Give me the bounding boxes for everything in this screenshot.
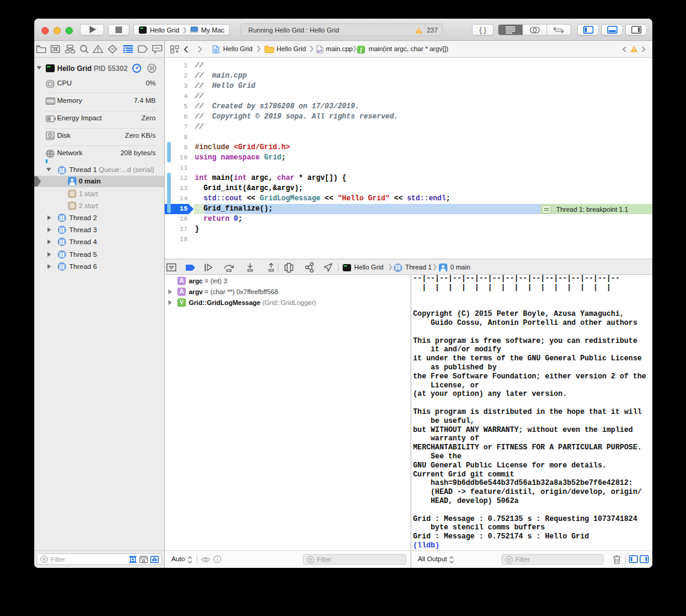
- svg-text:c+: c+: [317, 49, 322, 53]
